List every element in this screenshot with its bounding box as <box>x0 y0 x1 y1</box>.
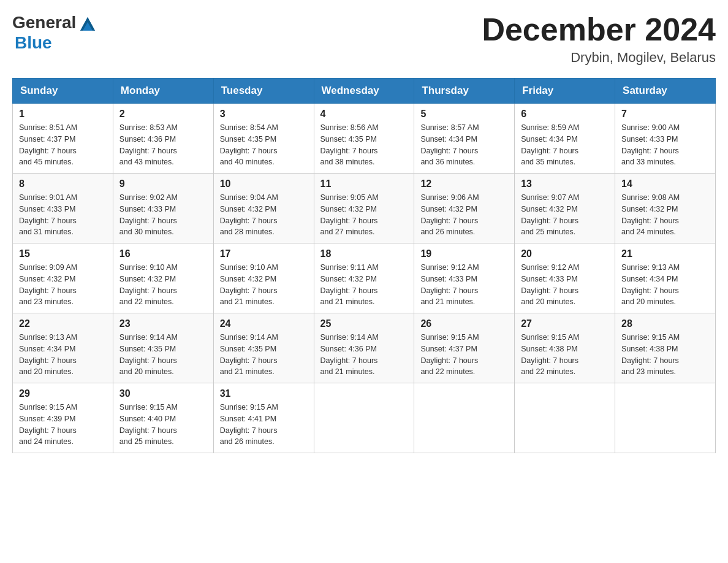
day-info: Sunrise: 8:59 AM Sunset: 4:34 PM Dayligh… <box>521 122 609 168</box>
logo: General Blue <box>12 12 97 53</box>
day-number: 28 <box>621 318 709 329</box>
day-info: Sunrise: 9:12 AM Sunset: 4:33 PM Dayligh… <box>521 262 609 308</box>
day-info: Sunrise: 9:11 AM Sunset: 4:32 PM Dayligh… <box>320 262 408 308</box>
page-header: General Blue December 2024 Drybin, Mogil… <box>12 12 716 66</box>
day-number: 27 <box>521 318 609 329</box>
column-header-wednesday: Wednesday <box>314 79 414 104</box>
day-info: Sunrise: 8:53 AM Sunset: 4:36 PM Dayligh… <box>119 122 207 168</box>
day-info: Sunrise: 9:15 AM Sunset: 4:37 PM Dayligh… <box>420 332 508 378</box>
day-info: Sunrise: 9:13 AM Sunset: 4:34 PM Dayligh… <box>621 262 709 308</box>
calendar-cell: 6 Sunrise: 8:59 AM Sunset: 4:34 PM Dayli… <box>515 104 615 174</box>
day-info: Sunrise: 9:07 AM Sunset: 4:32 PM Dayligh… <box>521 192 609 238</box>
calendar-week-row: 22 Sunrise: 9:13 AM Sunset: 4:34 PM Dayl… <box>13 313 716 383</box>
day-number: 18 <box>320 248 408 259</box>
calendar-week-row: 15 Sunrise: 9:09 AM Sunset: 4:32 PM Dayl… <box>13 243 716 313</box>
day-number: 7 <box>621 109 709 120</box>
day-number: 16 <box>119 248 207 259</box>
column-header-saturday: Saturday <box>615 79 716 104</box>
calendar-cell <box>314 383 414 453</box>
calendar-week-row: 29 Sunrise: 9:15 AM Sunset: 4:39 PM Dayl… <box>13 383 716 453</box>
calendar-header-row: SundayMondayTuesdayWednesdayThursdayFrid… <box>13 79 716 104</box>
calendar-cell: 26 Sunrise: 9:15 AM Sunset: 4:37 PM Dayl… <box>414 313 515 383</box>
title-section: December 2024 Drybin, Mogilev, Belarus <box>482 12 716 66</box>
day-number: 14 <box>621 178 709 190</box>
calendar-cell: 14 Sunrise: 9:08 AM Sunset: 4:32 PM Dayl… <box>615 174 716 243</box>
calendar-cell: 22 Sunrise: 9:13 AM Sunset: 4:34 PM Dayl… <box>13 313 113 383</box>
day-info: Sunrise: 9:12 AM Sunset: 4:33 PM Dayligh… <box>420 262 508 308</box>
day-number: 9 <box>119 178 207 190</box>
day-info: Sunrise: 8:51 AM Sunset: 4:37 PM Dayligh… <box>19 122 107 168</box>
day-number: 3 <box>220 109 308 120</box>
calendar-cell: 29 Sunrise: 9:15 AM Sunset: 4:39 PM Dayl… <box>13 383 113 453</box>
day-info: Sunrise: 9:09 AM Sunset: 4:32 PM Dayligh… <box>19 262 107 308</box>
day-number: 11 <box>320 178 408 190</box>
calendar-week-row: 8 Sunrise: 9:01 AM Sunset: 4:33 PM Dayli… <box>13 174 716 243</box>
calendar-week-row: 1 Sunrise: 8:51 AM Sunset: 4:37 PM Dayli… <box>13 104 716 174</box>
day-number: 31 <box>220 388 308 399</box>
day-number: 29 <box>19 388 107 399</box>
day-number: 6 <box>521 109 609 120</box>
day-info: Sunrise: 9:15 AM Sunset: 4:41 PM Dayligh… <box>220 402 308 448</box>
day-number: 24 <box>220 318 308 329</box>
day-number: 20 <box>521 248 609 259</box>
calendar-cell <box>515 383 615 453</box>
calendar-cell: 10 Sunrise: 9:04 AM Sunset: 4:32 PM Dayl… <box>213 174 314 243</box>
day-number: 4 <box>320 109 408 120</box>
day-number: 30 <box>119 388 207 399</box>
day-number: 8 <box>19 178 107 190</box>
calendar-cell: 15 Sunrise: 9:09 AM Sunset: 4:32 PM Dayl… <box>13 243 113 313</box>
calendar-cell: 11 Sunrise: 9:05 AM Sunset: 4:32 PM Dayl… <box>314 174 414 243</box>
calendar-cell: 24 Sunrise: 9:14 AM Sunset: 4:35 PM Dayl… <box>213 313 314 383</box>
day-info: Sunrise: 9:08 AM Sunset: 4:32 PM Dayligh… <box>621 192 709 238</box>
day-info: Sunrise: 9:06 AM Sunset: 4:32 PM Dayligh… <box>420 192 508 238</box>
day-info: Sunrise: 9:14 AM Sunset: 4:35 PM Dayligh… <box>119 332 207 378</box>
day-info: Sunrise: 8:54 AM Sunset: 4:35 PM Dayligh… <box>220 122 308 168</box>
day-info: Sunrise: 9:00 AM Sunset: 4:33 PM Dayligh… <box>621 122 709 168</box>
calendar-cell: 9 Sunrise: 9:02 AM Sunset: 4:33 PM Dayli… <box>113 174 213 243</box>
calendar-cell: 18 Sunrise: 9:11 AM Sunset: 4:32 PM Dayl… <box>314 243 414 313</box>
calendar-cell: 25 Sunrise: 9:14 AM Sunset: 4:36 PM Dayl… <box>314 313 414 383</box>
calendar-cell: 7 Sunrise: 9:00 AM Sunset: 4:33 PM Dayli… <box>615 104 716 174</box>
calendar-cell: 21 Sunrise: 9:13 AM Sunset: 4:34 PM Dayl… <box>615 243 716 313</box>
day-number: 19 <box>420 248 508 259</box>
day-number: 5 <box>420 109 508 120</box>
calendar-cell: 2 Sunrise: 8:53 AM Sunset: 4:36 PM Dayli… <box>113 104 213 174</box>
day-number: 25 <box>320 318 408 329</box>
logo-general-text: General <box>12 13 76 33</box>
day-number: 13 <box>521 178 609 190</box>
calendar-cell: 28 Sunrise: 9:15 AM Sunset: 4:38 PM Dayl… <box>615 313 716 383</box>
day-number: 17 <box>220 248 308 259</box>
calendar-cell: 4 Sunrise: 8:56 AM Sunset: 4:35 PM Dayli… <box>314 104 414 174</box>
day-info: Sunrise: 9:15 AM Sunset: 4:38 PM Dayligh… <box>621 332 709 378</box>
calendar-cell: 5 Sunrise: 8:57 AM Sunset: 4:34 PM Dayli… <box>414 104 515 174</box>
day-number: 2 <box>119 109 207 120</box>
calendar-cell <box>414 383 515 453</box>
day-info: Sunrise: 8:57 AM Sunset: 4:34 PM Dayligh… <box>420 122 508 168</box>
day-info: Sunrise: 9:10 AM Sunset: 4:32 PM Dayligh… <box>220 262 308 308</box>
column-header-tuesday: Tuesday <box>213 79 314 104</box>
day-info: Sunrise: 9:10 AM Sunset: 4:32 PM Dayligh… <box>119 262 207 308</box>
calendar-cell: 1 Sunrise: 8:51 AM Sunset: 4:37 PM Dayli… <box>13 104 113 174</box>
day-info: Sunrise: 9:13 AM Sunset: 4:34 PM Dayligh… <box>19 332 107 378</box>
day-info: Sunrise: 9:04 AM Sunset: 4:32 PM Dayligh… <box>220 192 308 238</box>
logo-icon <box>78 13 97 33</box>
month-year-title: December 2024 <box>482 12 716 47</box>
day-info: Sunrise: 9:15 AM Sunset: 4:39 PM Dayligh… <box>19 402 107 448</box>
day-info: Sunrise: 9:15 AM Sunset: 4:40 PM Dayligh… <box>119 402 207 448</box>
calendar-cell: 19 Sunrise: 9:12 AM Sunset: 4:33 PM Dayl… <box>414 243 515 313</box>
calendar-cell: 23 Sunrise: 9:14 AM Sunset: 4:35 PM Dayl… <box>113 313 213 383</box>
day-number: 15 <box>19 248 107 259</box>
day-number: 21 <box>621 248 709 259</box>
calendar-cell: 27 Sunrise: 9:15 AM Sunset: 4:38 PM Dayl… <box>515 313 615 383</box>
day-info: Sunrise: 9:01 AM Sunset: 4:33 PM Dayligh… <box>19 192 107 238</box>
calendar-cell: 30 Sunrise: 9:15 AM Sunset: 4:40 PM Dayl… <box>113 383 213 453</box>
calendar-cell: 16 Sunrise: 9:10 AM Sunset: 4:32 PM Dayl… <box>113 243 213 313</box>
calendar-table: SundayMondayTuesdayWednesdayThursdayFrid… <box>12 78 716 453</box>
calendar-cell: 17 Sunrise: 9:10 AM Sunset: 4:32 PM Dayl… <box>213 243 314 313</box>
day-info: Sunrise: 9:15 AM Sunset: 4:38 PM Dayligh… <box>521 332 609 378</box>
day-info: Sunrise: 9:02 AM Sunset: 4:33 PM Dayligh… <box>119 192 207 238</box>
calendar-cell: 20 Sunrise: 9:12 AM Sunset: 4:33 PM Dayl… <box>515 243 615 313</box>
day-number: 23 <box>119 318 207 329</box>
logo-blue-text: Blue <box>15 33 52 53</box>
calendar-cell: 31 Sunrise: 9:15 AM Sunset: 4:41 PM Dayl… <box>213 383 314 453</box>
